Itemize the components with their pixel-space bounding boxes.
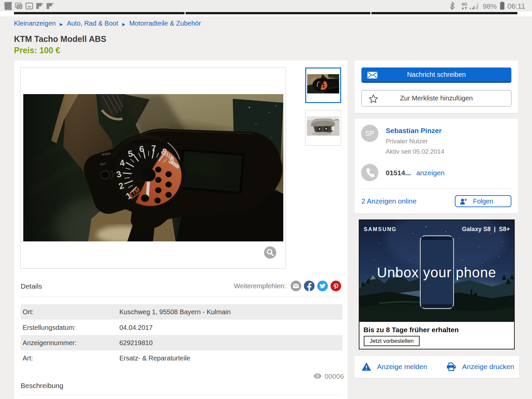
svg-text:06:11: 06:11	[507, 2, 525, 10]
svg-text:98%: 98%	[483, 2, 497, 10]
svg-text:4G: 4G	[462, 2, 467, 7]
svg-text:SAMSUNG: SAMSUNG	[364, 226, 397, 232]
svg-text:Unbox your phone: Unbox your phone	[377, 265, 496, 280]
svg-text:Galaxy S8 | S8+: Galaxy S8 | S8+	[462, 226, 510, 232]
